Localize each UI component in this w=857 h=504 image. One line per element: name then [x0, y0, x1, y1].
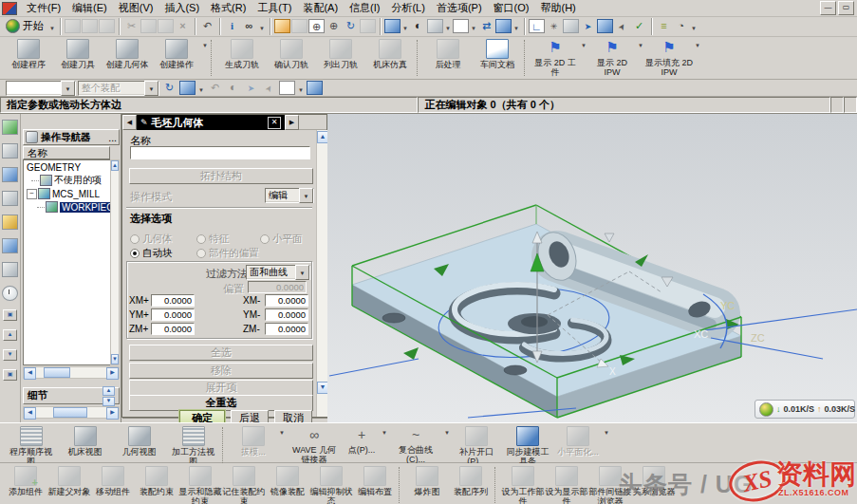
network-speed-widget[interactable]: ↓ 0.01K/S ↑ 0.03K/S [755, 400, 855, 419]
navigator-header[interactable]: 操作导航器 ... [23, 129, 120, 145]
show-2d-ipw-button[interactable]: 显示 2D IPW [587, 38, 637, 78]
create-geometry-button[interactable]: 创建几何体 [102, 38, 152, 69]
ym-minus-input[interactable] [265, 308, 308, 321]
start-dropdown[interactable] [48, 21, 56, 32]
faceting-dropdown[interactable] [603, 425, 610, 437]
set-work-part-button[interactable]: 设为工作部件 [501, 465, 545, 504]
postprocess-button[interactable]: 后处理 [423, 38, 473, 69]
machine-tool-navigator-icon[interactable] [2, 238, 18, 253]
name-input[interactable] [130, 146, 310, 159]
ym-plus-input[interactable] [151, 308, 195, 321]
paste-icon[interactable] [158, 19, 174, 33]
type-filter-combo[interactable] [6, 81, 76, 96]
rectangle-select-icon[interactable] [279, 81, 295, 95]
radio-facet[interactable]: 小平面 [260, 233, 303, 246]
move-component-button[interactable]: 移动组件 [91, 465, 135, 496]
tree-scroll-up[interactable]: ▲ [111, 160, 119, 171]
render-style-icon[interactable] [410, 19, 426, 34]
filter-method-combo[interactable]: 面和曲线 [246, 265, 310, 280]
point-button[interactable]: +点(P)... [343, 425, 381, 455]
section-view-icon[interactable] [427, 19, 443, 33]
tree-row-mcs-mill[interactable]: −MCS_MILL [24, 187, 110, 200]
snap-refresh-icon[interactable] [161, 81, 177, 96]
open-icon[interactable] [82, 19, 98, 33]
orient-csys-icon[interactable] [529, 19, 545, 33]
menu-file[interactable]: 文件(F) [21, 0, 66, 16]
navigator-more[interactable]: ... [108, 132, 117, 143]
shaded-view-icon[interactable] [384, 19, 401, 33]
tree-vertical-scrollbar[interactable]: ▲ ▼ [110, 159, 120, 365]
restore-view-icon[interactable] [291, 19, 307, 33]
menu-format[interactable]: 格式(R) [205, 0, 252, 16]
remove-button[interactable]: 移除 [129, 363, 313, 379]
cut-icon[interactable] [123, 19, 140, 34]
background-icon[interactable] [453, 19, 469, 33]
offset-input[interactable] [248, 281, 307, 293]
zm-plus-input[interactable] [151, 323, 195, 335]
collapse-icon[interactable]: − [27, 189, 37, 199]
graphics-viewport[interactable]: YC XC ZC X [327, 114, 857, 422]
tree-row-workpiece[interactable]: WORKPIECE [24, 200, 110, 214]
menu-edit[interactable]: 编辑(E) [66, 0, 113, 16]
reselect-all-button[interactable]: 全重选 [129, 395, 313, 411]
details-horizontal-scrollbar[interactable]: ◀ ▶ [23, 406, 120, 419]
tree-scroll-thumb[interactable] [44, 367, 70, 378]
details-scroll-right[interactable]: ▶ [106, 407, 119, 420]
center-hole[interactable] [521, 316, 548, 327]
list-toolpath-button[interactable]: 列出刀轨 [316, 38, 365, 69]
rectangle-select-dropdown[interactable] [297, 83, 305, 94]
constraint-navigator-icon[interactable] [2, 143, 18, 159]
show-2d-workpiece-dropdown[interactable] [580, 38, 587, 49]
cursor-select-icon[interactable] [261, 81, 277, 96]
program-order-view-button[interactable]: 程序顺序视图 [4, 425, 58, 467]
measure-distance-icon[interactable] [656, 19, 672, 34]
edit-arrangement-button[interactable]: 编辑布置 [353, 465, 397, 496]
select-window-dropdown[interactable] [197, 83, 205, 94]
new-icon[interactable] [65, 19, 81, 33]
show-2d-ipw-dropdown[interactable] [637, 38, 644, 49]
shaded-dropdown[interactable] [401, 21, 409, 32]
synchronous-modeling-button[interactable]: 同步建模工具条 [502, 425, 553, 467]
minimize-button[interactable]: — [820, 1, 836, 15]
menu-information[interactable]: 信息(I) [344, 0, 385, 16]
selection-scope-combo[interactable]: 整个装配 [78, 81, 159, 96]
tree-scroll-left[interactable]: ◀ [24, 367, 36, 380]
menu-window[interactable]: 窗口(O) [488, 0, 535, 16]
resource-down-button[interactable]: ▼ [3, 349, 17, 361]
invert-shown-icon[interactable] [495, 19, 512, 33]
edit-suppression-button[interactable]: 编辑抑制状态 [309, 465, 353, 504]
tree-row-unused[interactable]: 不使用的项 [24, 174, 110, 187]
add-component-button[interactable]: 添加组件 [4, 465, 47, 496]
save-icon[interactable] [99, 19, 115, 33]
history-icon[interactable] [2, 286, 18, 301]
fit-window-icon[interactable] [274, 19, 290, 33]
draft-dropdown[interactable] [278, 425, 286, 437]
expand-item-button[interactable]: 展开项 [129, 380, 313, 396]
details-scroll-left[interactable]: ◀ [24, 407, 36, 420]
sphere-select-icon[interactable] [225, 81, 241, 96]
radio-auto-block[interactable]: 自动块 [130, 247, 173, 260]
verify-toolpath-button[interactable]: 确认刀轨 [267, 38, 316, 69]
showhide-dropdown[interactable] [512, 21, 520, 32]
select-all-button[interactable]: 全选 [129, 345, 313, 361]
integrated-simulation-icon[interactable] [2, 262, 18, 277]
exploded-view-button[interactable]: 爆炸图 [405, 465, 449, 496]
resource-dock-button[interactable]: ▣ [3, 309, 17, 321]
faceting-button[interactable]: 小平面化... [553, 425, 603, 457]
point-dropdown[interactable] [381, 425, 388, 437]
patch-opening-button[interactable]: 补片开口(P)... [451, 425, 502, 467]
create-tool-button[interactable]: 创建刀具 [53, 38, 102, 69]
show-filled-2d-ipw-button[interactable]: 显示填充 2D IPW [644, 38, 694, 78]
rotate-view-icon[interactable] [343, 19, 359, 34]
menu-insert[interactable]: 插入(S) [158, 0, 205, 16]
create-operation-button[interactable]: 创建操作 [152, 38, 201, 69]
dialog-forward-arrow[interactable]: ▶ [285, 115, 299, 130]
type-filter-dropdown[interactable] [61, 81, 75, 96]
assembly-navigator-icon[interactable] [2, 120, 18, 135]
dialog-back-arrow[interactable]: ◀ [122, 115, 137, 130]
menu-analysis[interactable]: 分析(L) [385, 0, 430, 16]
menu-help[interactable]: 帮助(H) [534, 0, 581, 16]
details-scroll-thumb[interactable] [53, 407, 87, 418]
generate-toolpath-button[interactable]: 生成刀轨 [217, 38, 267, 69]
details-expand-up[interactable]: ▲ [102, 386, 115, 396]
